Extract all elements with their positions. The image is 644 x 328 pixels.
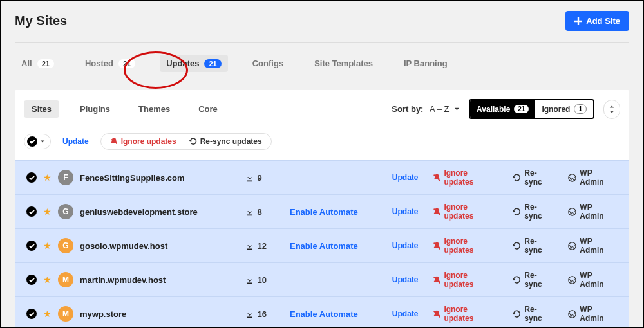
tab-configs[interactable]: Configs	[246, 55, 290, 72]
row-wpadmin-link[interactable]: WP Admin	[568, 169, 618, 187]
toggle-ignored[interactable]: Ignored 1	[535, 100, 593, 118]
chevron-down-icon	[609, 109, 614, 114]
site-name-link[interactable]: geniuswebdevelopment.store	[80, 207, 198, 217]
row-checkbox[interactable]	[26, 206, 37, 217]
site-name-link[interactable]: FenceSittingSupplies.com	[80, 173, 185, 183]
avatar: M	[58, 306, 73, 322]
row-ignore-link[interactable]: Ignore updates	[433, 305, 499, 323]
wordpress-icon	[568, 276, 576, 284]
row-checkbox[interactable]	[26, 275, 37, 285]
avatar: M	[58, 272, 73, 287]
wordpress-icon	[568, 310, 576, 318]
subtab-sites[interactable]: Sites	[24, 100, 59, 118]
wordpress-icon	[568, 208, 576, 216]
row-resync-link[interactable]: Re-sync	[513, 305, 554, 323]
sub-tabs: Sites Plugins Themes Core	[24, 100, 225, 118]
table-row: ★ M martin.wpmudev.host 10 Update Ignore…	[15, 262, 629, 296]
sort-by-dropdown[interactable]: Sort by: A – Z	[392, 104, 460, 114]
sort-value: A – Z	[430, 104, 449, 114]
wordpress-icon	[568, 242, 576, 250]
expand-collapse-button[interactable]	[603, 100, 620, 119]
row-checkbox[interactable]	[26, 172, 37, 183]
refresh-icon	[513, 242, 521, 250]
row-resync-link[interactable]: Re-sync	[513, 271, 554, 289]
star-icon[interactable]: ★	[43, 241, 52, 251]
enable-automate-link[interactable]: Enable Automate	[290, 241, 392, 251]
row-ignore-link[interactable]: Ignore updates	[433, 271, 499, 289]
row-update-link[interactable]: Update	[392, 241, 419, 250]
tab-site-templates[interactable]: Site Templates	[308, 55, 379, 72]
subtab-core[interactable]: Core	[191, 100, 225, 118]
site-rows: ★ F FenceSittingSupplies.com 9 Update Ig…	[15, 160, 629, 328]
download-icon	[245, 276, 254, 284]
star-icon[interactable]: ★	[43, 206, 52, 217]
row-wpadmin-link[interactable]: WP Admin	[568, 203, 618, 221]
avatar: F	[58, 170, 73, 185]
plus-icon	[574, 17, 582, 25]
site-name-link[interactable]: martin.wpmudev.host	[80, 275, 166, 285]
tab-hosted[interactable]: Hosted 21	[79, 55, 142, 72]
star-icon[interactable]: ★	[43, 172, 52, 183]
toggle-available-label: Available	[477, 105, 510, 114]
check-icon	[29, 175, 35, 181]
bulk-ignore-link[interactable]: Ignore updates	[110, 137, 176, 146]
toggle-ignored-label: Ignored	[542, 105, 570, 114]
tab-templates-label: Site Templates	[314, 59, 373, 68]
bulk-actions-row: Update Ignore updates Re-sync updates	[24, 129, 620, 154]
row-checkbox[interactable]	[26, 309, 37, 319]
star-icon[interactable]: ★	[43, 275, 52, 285]
row-resync-link[interactable]: Re-sync	[513, 237, 554, 255]
row-checkbox[interactable]	[26, 241, 37, 251]
row-update-link[interactable]: Update	[392, 309, 419, 318]
bell-off-icon	[433, 310, 441, 318]
bulk-resync-link[interactable]: Re-sync updates	[189, 137, 262, 146]
row-update-link[interactable]: Update	[392, 275, 419, 284]
row-ignore-link[interactable]: Ignore updates	[433, 169, 499, 187]
bulk-ignore-label: Ignore updates	[121, 137, 176, 146]
add-site-button[interactable]: Add Site	[565, 11, 629, 31]
row-ignore-link[interactable]: Ignore updates	[433, 237, 499, 255]
star-icon[interactable]: ★	[43, 309, 52, 319]
select-all-checkbox[interactable]	[27, 136, 37, 147]
tab-ipban-label: IP Banning	[404, 59, 448, 68]
bulk-update-link[interactable]: Update	[62, 137, 89, 146]
avatar: G	[58, 204, 73, 219]
bell-off-icon	[433, 276, 441, 284]
chevron-down-icon	[454, 106, 460, 112]
check-icon	[29, 311, 35, 317]
site-name-link[interactable]: gosolo.wpmudev.host	[80, 241, 167, 251]
subtab-themes[interactable]: Themes	[131, 100, 178, 118]
bulk-resync-label: Re-sync updates	[200, 137, 262, 146]
site-name-link[interactable]: mywp.store	[80, 309, 126, 319]
bulk-pill: Ignore updates Re-sync updates	[100, 133, 272, 150]
tab-updates-count: 21	[204, 59, 221, 68]
row-resync-link[interactable]: Re-sync	[513, 169, 554, 187]
tab-all[interactable]: All 21	[15, 55, 61, 72]
refresh-icon	[513, 276, 521, 284]
chevron-up-icon	[609, 104, 614, 109]
sort-label-text: Sort by:	[392, 104, 423, 114]
row-update-link[interactable]: Update	[392, 173, 419, 182]
update-count: 10	[245, 275, 290, 285]
download-icon	[245, 174, 254, 182]
updates-panel: Sites Plugins Themes Core Sort by: A – Z…	[15, 90, 629, 328]
row-wpadmin-link[interactable]: WP Admin	[568, 305, 618, 323]
toggle-ignored-count: 1	[574, 104, 587, 114]
tab-configs-label: Configs	[252, 59, 283, 68]
row-ignore-link[interactable]: Ignore updates	[433, 203, 499, 221]
enable-automate-link[interactable]: Enable Automate	[290, 207, 392, 217]
subtab-plugins[interactable]: Plugins	[72, 100, 118, 118]
toggle-available-count: 21	[514, 105, 529, 113]
row-wpadmin-link[interactable]: WP Admin	[568, 237, 618, 255]
row-wpadmin-link[interactable]: WP Admin	[568, 271, 618, 289]
row-resync-link[interactable]: Re-sync	[513, 203, 554, 221]
select-all-dropdown[interactable]	[24, 134, 51, 149]
tab-ip-banning[interactable]: IP Banning	[397, 55, 454, 72]
refresh-icon	[513, 310, 521, 318]
download-icon	[245, 208, 254, 216]
tab-updates[interactable]: Updates 21	[160, 55, 228, 72]
row-update-link[interactable]: Update	[392, 207, 419, 216]
enable-automate-link[interactable]: Enable Automate	[290, 309, 392, 319]
table-row: ★ M mywp.store 16 Enable Automate Update…	[15, 296, 629, 328]
toggle-available[interactable]: Available 21	[470, 100, 535, 118]
